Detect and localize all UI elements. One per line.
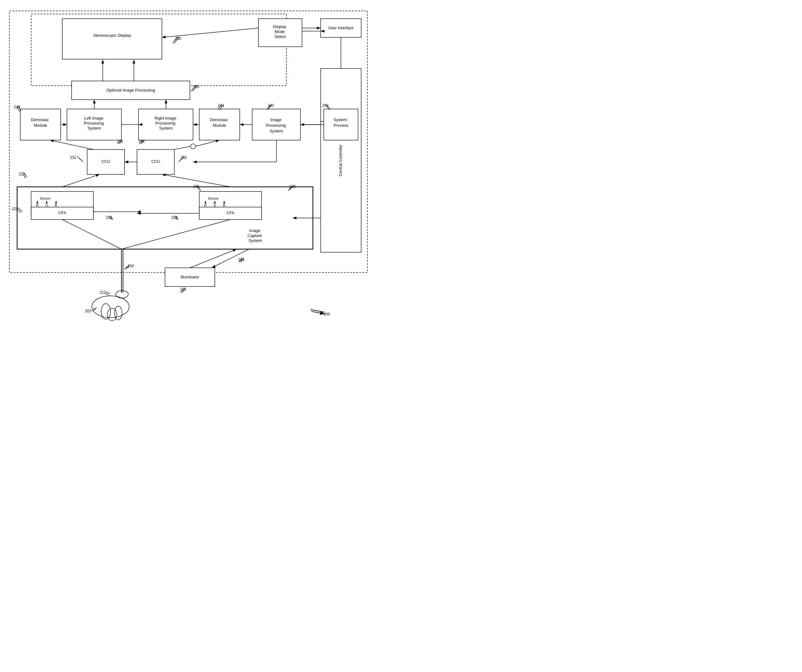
user-interface-label: User Interface [328,26,354,30]
cfa-right-label: CFA [226,211,234,215]
junction-circle [191,144,196,149]
diagram-container: Stereoscopic Display 250 Display Mode Se… [0,0,401,336]
svg-point-36 [101,304,110,319]
illuminator-label: Illuminator [181,275,200,279]
svg-line-81 [162,28,259,37]
ref-203: 203 [85,309,91,313]
hand-blob [92,296,129,317]
svg-line-57 [196,140,220,146]
sensor-left-r: R [36,203,39,207]
svg-line-72 [190,249,237,268]
svg-line-42 [106,292,110,294]
central-controller-label: Central Controller [338,144,343,176]
sensor-right-b: B [223,203,225,207]
svg-line-56 [175,146,191,149]
image-capture-system-label: Image Capture System [247,228,263,243]
ccu-left-label: CCU [102,159,110,164]
ref-212: 212 [100,290,106,295]
stereoscopic-display-box [62,19,162,59]
sensor-right-label: Sensor [208,196,219,200]
svg-line-40 [93,308,97,309]
sensor-left-g: G [45,203,48,207]
ref-243: 243 [14,105,20,109]
svg-line-15 [79,158,83,162]
ref-200: 200 [324,312,330,316]
svg-point-37 [107,308,117,321]
sensor-right-g: G [213,203,217,207]
ccu-right-label: CCU [151,159,160,164]
stereoscopic-display-label: Stereoscopic Display [93,33,131,38]
svg-line-62 [62,174,100,187]
sensor-right-r: R [204,203,207,207]
svg-point-33 [116,290,128,298]
cfa-left-label: CFA [58,211,66,215]
svg-line-54 [50,140,94,149]
ref-231: 231 [70,155,76,160]
svg-point-38 [115,306,122,320]
sensor-left-label: Sensor [40,196,51,200]
sensor-left-b: B [55,203,57,207]
optional-image-processing-label: Optional Image Processing [107,88,155,92]
display-mode-select-label: Display Mode Select [273,24,287,39]
